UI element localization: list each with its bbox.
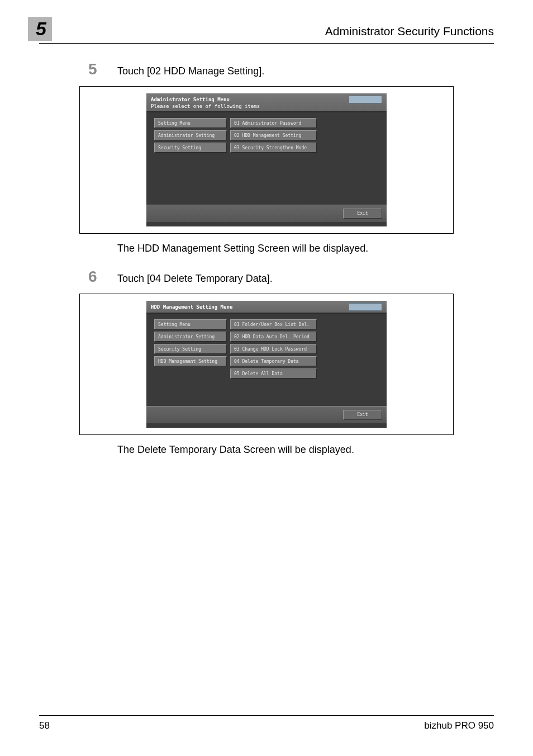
breadcrumb-security-setting[interactable]: Security Setting bbox=[154, 143, 227, 153]
screen-footer: Exit bbox=[146, 406, 387, 423]
screen-title: HDD Management Setting Menu bbox=[151, 304, 382, 311]
option-02-hdd-management[interactable]: 02 HDD Management Setting bbox=[230, 130, 317, 140]
step-5: 5 Touch [02 HDD Manage Setting]. bbox=[88, 60, 494, 78]
hdd-management-menu-screen: HDD Management Setting Menu Setting Menu… bbox=[146, 301, 387, 428]
admin-setting-menu-screen: Administrator Setting Menu Please select… bbox=[146, 93, 387, 226]
breadcrumb-setting-menu[interactable]: Setting Menu bbox=[154, 319, 227, 329]
step5-result-text: The HDD Management Setting Screen will b… bbox=[117, 243, 494, 254]
options-column: 01 Folder/User Box List Del. 02 HDD Data… bbox=[230, 319, 317, 403]
screen-footer: Exit bbox=[146, 205, 387, 222]
breadcrumb-setting-menu[interactable]: Setting Menu bbox=[154, 118, 227, 128]
screen-header: Administrator Setting Menu Please select… bbox=[146, 93, 387, 111]
page-header: 5 Administrator Security Functions bbox=[39, 17, 494, 44]
screen-body: Setting Menu Administrator Setting Secur… bbox=[146, 314, 387, 406]
screen-title: Administrator Setting Menu bbox=[151, 97, 382, 103]
step-instruction: Touch [04 Delete Temporary Data]. bbox=[117, 273, 273, 285]
exit-button[interactable]: Exit bbox=[343, 209, 382, 219]
breadcrumb-admin-setting[interactable]: Administrator Setting bbox=[154, 332, 227, 342]
option-04-delete-temp-data[interactable]: 04 Delete Temporary Data bbox=[230, 356, 317, 366]
screenshot-frame-2: HDD Management Setting Menu Setting Menu… bbox=[79, 294, 454, 436]
status-indicator bbox=[349, 303, 382, 311]
page-footer: 58 bizhub PRO 950 bbox=[39, 715, 494, 731]
option-01-folder-userbox-del[interactable]: 01 Folder/User Box List Del. bbox=[230, 319, 317, 329]
page-number: 58 bbox=[39, 720, 50, 731]
option-05-delete-all-data[interactable]: 05 Delete All Data bbox=[230, 368, 317, 379]
options-column: 01 Administrator Password 02 HDD Managem… bbox=[230, 118, 317, 201]
option-02-hdd-auto-del-period[interactable]: 02 HDD Data Auto Del. Period bbox=[230, 332, 317, 342]
breadcrumb-security-setting[interactable]: Security Setting bbox=[154, 344, 227, 354]
chapter-number: 5 bbox=[28, 17, 52, 41]
option-01-admin-password[interactable]: 01 Administrator Password bbox=[230, 118, 317, 128]
step-6: 6 Touch [04 Delete Temporary Data]. bbox=[88, 268, 494, 286]
step6-result-text: The Delete Temporary Data Screen will be… bbox=[117, 444, 494, 456]
product-model: bizhub PRO 950 bbox=[424, 720, 494, 731]
screen-subtitle: Please select one of following items bbox=[151, 103, 382, 109]
breadcrumb-admin-setting[interactable]: Administrator Setting bbox=[154, 130, 227, 140]
screen-header: HDD Management Setting Menu bbox=[146, 301, 387, 313]
breadcrumb-hdd-management[interactable]: HDD Management Setting bbox=[154, 356, 227, 366]
breadcrumb-column: Setting Menu Administrator Setting Secur… bbox=[154, 319, 227, 403]
option-03-security-strengthen[interactable]: 03 Security Strengthen Mode bbox=[230, 143, 317, 153]
header-title: Administrator Security Functions bbox=[52, 25, 494, 38]
status-indicator bbox=[349, 96, 382, 103]
exit-button[interactable]: Exit bbox=[343, 410, 382, 420]
step-instruction: Touch [02 HDD Manage Setting]. bbox=[117, 65, 264, 77]
step-number: 5 bbox=[88, 60, 117, 78]
step-number: 6 bbox=[88, 268, 117, 286]
screenshot-frame-1: Administrator Setting Menu Please select… bbox=[79, 86, 454, 234]
breadcrumb-column: Setting Menu Administrator Setting Secur… bbox=[154, 118, 227, 201]
option-03-change-hdd-lock-pw[interactable]: 03 Change HDD Lock Password bbox=[230, 344, 317, 354]
screen-body: Setting Menu Administrator Setting Secur… bbox=[146, 112, 387, 205]
